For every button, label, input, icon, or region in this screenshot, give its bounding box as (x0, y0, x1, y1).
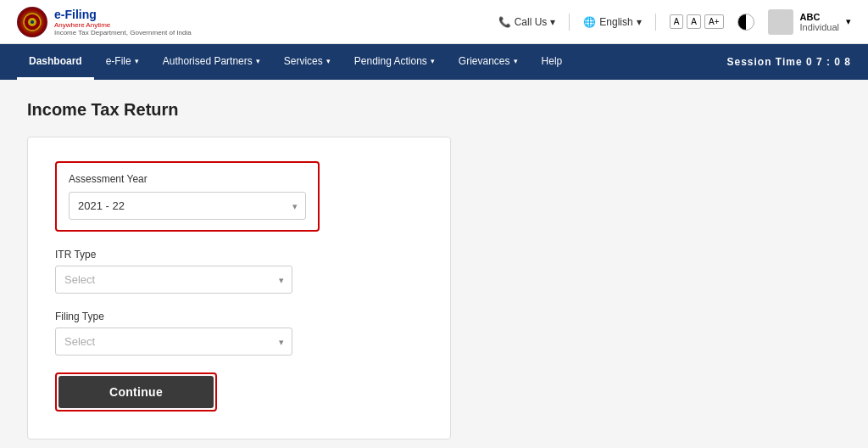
logo-icon (17, 7, 47, 37)
nav-label-services: Services (284, 55, 323, 67)
call-us-label: Call Us (515, 16, 548, 28)
filing-type-label: Filing Type (55, 311, 423, 322)
nav-item-pending-actions[interactable]: Pending Actions ▾ (342, 44, 447, 80)
logo-area: e-Filing Anywhere Anytime Income Tax Dep… (17, 7, 192, 37)
nav-label-efile: e-File (106, 55, 131, 67)
efile-arrow-icon: ▾ (135, 57, 139, 65)
filing-type-wrapper: Select Original Revised ▾ (55, 328, 292, 356)
user-name: ABC (800, 12, 839, 22)
assessment-year-wrapper: 2021 - 22 2022 - 23 2023 - 24 ▾ (69, 192, 306, 220)
nav-label-grievances: Grievances (459, 55, 510, 67)
grievances-arrow-icon: ▾ (514, 57, 518, 65)
logo-dept: Income Tax Department, Government of Ind… (54, 29, 192, 36)
assessment-year-label: Assessment Year (69, 173, 306, 185)
itr-type-label: ITR Type (55, 249, 423, 260)
font-medium-button[interactable]: A (687, 14, 701, 29)
continue-button-wrapper: Continue (55, 372, 217, 412)
user-type: Individual (800, 22, 839, 32)
assessment-year-group: Assessment Year 2021 - 22 2022 - 23 2023… (55, 161, 320, 232)
authorised-partners-arrow-icon: ▾ (256, 57, 260, 65)
svg-point-2 (31, 20, 34, 24)
itr-type-group: ITR Type Select ITR-1 ITR-2 ITR-3 ITR-4 … (55, 249, 423, 294)
nav-item-services[interactable]: Services ▾ (272, 44, 342, 80)
nav-item-grievances[interactable]: Grievances ▾ (447, 44, 530, 80)
continue-button[interactable]: Continue (58, 376, 214, 408)
contrast-button[interactable] (737, 14, 754, 31)
nav-item-help[interactable]: Help (530, 44, 575, 80)
user-area: ABC Individual ▾ (768, 9, 851, 35)
call-us-button[interactable]: 📞 Call Us ▾ (498, 16, 556, 28)
user-info: ABC Individual (800, 12, 839, 32)
nav-item-authorised-partners[interactable]: Authorised Partners ▾ (151, 44, 272, 80)
nav-label-dashboard: Dashboard (29, 55, 82, 67)
top-bar: e-Filing Anywhere Anytime Income Tax Dep… (0, 0, 868, 44)
session-time-value: 0 7 : 0 8 (806, 56, 851, 68)
call-us-arrow: ▾ (550, 16, 555, 28)
page-title: Income Tax Return (27, 100, 841, 120)
assessment-year-select[interactable]: 2021 - 22 2022 - 23 2023 - 24 (69, 192, 306, 220)
top-actions: 📞 Call Us ▾ 🌐 English ▾ A A A+ ABC Indiv… (498, 9, 851, 35)
itr-type-wrapper: Select ITR-1 ITR-2 ITR-3 ITR-4 ▾ (55, 266, 292, 294)
form-card: Assessment Year 2021 - 22 2022 - 23 2023… (27, 137, 451, 440)
font-small-button[interactable]: A (670, 14, 684, 29)
language-label: English (599, 16, 632, 28)
user-avatar (768, 9, 793, 35)
filing-type-select[interactable]: Select Original Revised (55, 328, 292, 356)
nav-item-efile[interactable]: e-File ▾ (94, 44, 151, 80)
services-arrow-icon: ▾ (326, 57, 331, 65)
nav-items: Dashboard e-File ▾ Authorised Partners ▾… (17, 44, 574, 80)
divider2 (655, 14, 656, 31)
font-large-button[interactable]: A+ (704, 14, 724, 29)
pending-actions-arrow-icon: ▾ (431, 57, 435, 65)
language-arrow: ▾ (637, 16, 642, 28)
font-controls: A A A+ (670, 14, 724, 29)
divider (569, 14, 570, 31)
globe-icon: 🌐 (583, 16, 596, 28)
nav-label-pending-actions: Pending Actions (354, 55, 427, 67)
itr-type-select[interactable]: Select ITR-1 ITR-2 ITR-3 ITR-4 (55, 266, 292, 294)
nav-bar: Dashboard e-File ▾ Authorised Partners ▾… (0, 44, 868, 80)
logo-title: e-Filing (54, 8, 192, 21)
user-dropdown-arrow[interactable]: ▾ (846, 16, 851, 27)
session-time-label: Session Time (726, 56, 805, 68)
filing-type-group: Filing Type Select Original Revised ▾ (55, 311, 423, 356)
nav-label-help: Help (542, 55, 563, 67)
main-content: Income Tax Return Assessment Year 2021 -… (0, 80, 868, 448)
nav-item-dashboard[interactable]: Dashboard (17, 44, 94, 80)
nav-label-authorised-partners: Authorised Partners (163, 55, 253, 67)
language-button[interactable]: 🌐 English ▾ (583, 16, 641, 28)
logo-tagline: Anywhere Anytime (54, 21, 192, 29)
logo-text: e-Filing Anywhere Anytime Income Tax Dep… (54, 8, 192, 36)
session-time: Session Time 0 7 : 0 8 (726, 56, 851, 68)
phone-icon: 📞 (498, 16, 511, 28)
